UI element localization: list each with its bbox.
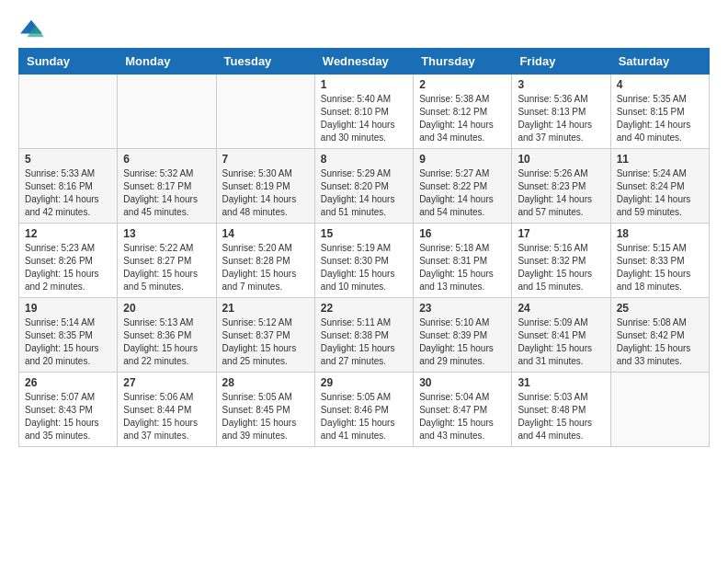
day-number: 12 [25, 227, 111, 240]
cell-content: Sunrise: 5:36 AM Sunset: 8:13 PM Dayligh… [518, 93, 604, 144]
day-number: 6 [123, 153, 210, 166]
cell-content: Sunrise: 5:07 AM Sunset: 8:43 PM Dayligh… [25, 391, 111, 442]
day-header-monday: Monday [118, 49, 216, 75]
header [18, 18, 710, 39]
cell-content: Sunrise: 5:04 AM Sunset: 8:47 PM Dayligh… [419, 391, 506, 442]
cell-content: Sunrise: 5:08 AM Sunset: 8:42 PM Dayligh… [617, 316, 703, 368]
day-header-saturday: Saturday [610, 49, 709, 75]
calendar-cell: 12Sunrise: 5:23 AM Sunset: 8:26 PM Dayli… [19, 224, 118, 298]
day-number: 18 [617, 227, 703, 240]
day-number: 29 [321, 376, 407, 389]
calendar-cell: 24Sunrise: 5:09 AM Sunset: 8:41 PM Dayli… [512, 298, 610, 373]
day-number: 16 [419, 227, 506, 240]
calendar-cell: 10Sunrise: 5:26 AM Sunset: 8:23 PM Dayli… [512, 149, 610, 224]
cell-content: Sunrise: 5:03 AM Sunset: 8:48 PM Dayligh… [518, 391, 604, 442]
day-number: 17 [518, 227, 604, 240]
calendar-cell: 2Sunrise: 5:38 AM Sunset: 8:12 PM Daylig… [414, 75, 512, 149]
calendar-cell: 29Sunrise: 5:05 AM Sunset: 8:46 PM Dayli… [314, 373, 413, 447]
cell-content: Sunrise: 5:38 AM Sunset: 8:12 PM Dayligh… [419, 93, 506, 144]
calendar-cell: 13Sunrise: 5:22 AM Sunset: 8:27 PM Dayli… [118, 224, 216, 298]
day-number: 3 [518, 78, 604, 91]
calendar: SundayMondayTuesdayWednesdayThursdayFrid… [18, 48, 710, 447]
logo [18, 18, 48, 39]
calendar-cell: 21Sunrise: 5:12 AM Sunset: 8:37 PM Dayli… [216, 298, 314, 373]
day-number: 23 [419, 302, 506, 315]
calendar-cell [19, 75, 118, 149]
cell-content: Sunrise: 5:12 AM Sunset: 8:37 PM Dayligh… [222, 316, 309, 368]
calendar-cell: 27Sunrise: 5:06 AM Sunset: 8:44 PM Dayli… [118, 373, 216, 447]
cell-content: Sunrise: 5:13 AM Sunset: 8:36 PM Dayligh… [123, 316, 210, 368]
calendar-cell: 16Sunrise: 5:18 AM Sunset: 8:31 PM Dayli… [414, 224, 512, 298]
cell-content: Sunrise: 5:26 AM Sunset: 8:23 PM Dayligh… [518, 167, 604, 219]
day-number: 11 [617, 153, 703, 166]
calendar-week-row: 19Sunrise: 5:14 AM Sunset: 8:35 PM Dayli… [19, 298, 710, 373]
day-number: 14 [222, 227, 309, 240]
calendar-cell: 5Sunrise: 5:33 AM Sunset: 8:16 PM Daylig… [19, 149, 118, 224]
calendar-cell: 15Sunrise: 5:19 AM Sunset: 8:30 PM Dayli… [314, 224, 413, 298]
logo-icon [18, 18, 44, 39]
day-header-sunday: Sunday [19, 49, 118, 75]
calendar-cell: 14Sunrise: 5:20 AM Sunset: 8:28 PM Dayli… [216, 224, 314, 298]
calendar-cell: 9Sunrise: 5:27 AM Sunset: 8:22 PM Daylig… [414, 149, 512, 224]
day-header-tuesday: Tuesday [216, 49, 314, 75]
calendar-cell: 1Sunrise: 5:40 AM Sunset: 8:10 PM Daylig… [314, 75, 413, 149]
day-number: 13 [123, 227, 210, 240]
cell-content: Sunrise: 5:09 AM Sunset: 8:41 PM Dayligh… [518, 316, 604, 368]
day-header-thursday: Thursday [414, 49, 512, 75]
calendar-cell [610, 373, 709, 447]
cell-content: Sunrise: 5:30 AM Sunset: 8:19 PM Dayligh… [222, 167, 309, 219]
calendar-cell: 11Sunrise: 5:24 AM Sunset: 8:24 PM Dayli… [610, 149, 709, 224]
calendar-cell: 26Sunrise: 5:07 AM Sunset: 8:43 PM Dayli… [19, 373, 118, 447]
calendar-cell: 22Sunrise: 5:11 AM Sunset: 8:38 PM Dayli… [314, 298, 413, 373]
day-number: 21 [222, 302, 309, 315]
calendar-cell: 17Sunrise: 5:16 AM Sunset: 8:32 PM Dayli… [512, 224, 610, 298]
calendar-cell: 28Sunrise: 5:05 AM Sunset: 8:45 PM Dayli… [216, 373, 314, 447]
calendar-cell: 4Sunrise: 5:35 AM Sunset: 8:15 PM Daylig… [610, 75, 709, 149]
cell-content: Sunrise: 5:05 AM Sunset: 8:45 PM Dayligh… [222, 391, 309, 442]
calendar-cell: 31Sunrise: 5:03 AM Sunset: 8:48 PM Dayli… [512, 373, 610, 447]
cell-content: Sunrise: 5:18 AM Sunset: 8:31 PM Dayligh… [419, 242, 506, 293]
day-number: 24 [518, 302, 604, 315]
calendar-cell: 25Sunrise: 5:08 AM Sunset: 8:42 PM Dayli… [610, 298, 709, 373]
calendar-cell: 6Sunrise: 5:32 AM Sunset: 8:17 PM Daylig… [118, 149, 216, 224]
calendar-header-row: SundayMondayTuesdayWednesdayThursdayFrid… [19, 49, 710, 75]
calendar-cell: 8Sunrise: 5:29 AM Sunset: 8:20 PM Daylig… [314, 149, 413, 224]
cell-content: Sunrise: 5:16 AM Sunset: 8:32 PM Dayligh… [518, 242, 604, 293]
calendar-week-row: 5Sunrise: 5:33 AM Sunset: 8:16 PM Daylig… [19, 149, 710, 224]
cell-content: Sunrise: 5:05 AM Sunset: 8:46 PM Dayligh… [321, 391, 407, 442]
day-number: 9 [419, 153, 506, 166]
calendar-week-row: 12Sunrise: 5:23 AM Sunset: 8:26 PM Dayli… [19, 224, 710, 298]
calendar-cell [216, 75, 314, 149]
cell-content: Sunrise: 5:24 AM Sunset: 8:24 PM Dayligh… [617, 167, 703, 219]
calendar-cell [118, 75, 216, 149]
day-number: 7 [222, 153, 309, 166]
day-number: 22 [321, 302, 407, 315]
day-number: 28 [222, 376, 309, 389]
day-number: 1 [321, 78, 407, 91]
cell-content: Sunrise: 5:40 AM Sunset: 8:10 PM Dayligh… [321, 93, 407, 144]
day-header-friday: Friday [512, 49, 610, 75]
cell-content: Sunrise: 5:11 AM Sunset: 8:38 PM Dayligh… [321, 316, 407, 368]
day-number: 8 [321, 153, 407, 166]
calendar-cell: 23Sunrise: 5:10 AM Sunset: 8:39 PM Dayli… [414, 298, 512, 373]
calendar-cell: 7Sunrise: 5:30 AM Sunset: 8:19 PM Daylig… [216, 149, 314, 224]
day-number: 27 [123, 376, 210, 389]
day-number: 20 [123, 302, 210, 315]
day-number: 2 [419, 78, 506, 91]
calendar-week-row: 1Sunrise: 5:40 AM Sunset: 8:10 PM Daylig… [19, 75, 710, 149]
cell-content: Sunrise: 5:29 AM Sunset: 8:20 PM Dayligh… [321, 167, 407, 219]
cell-content: Sunrise: 5:19 AM Sunset: 8:30 PM Dayligh… [321, 242, 407, 293]
calendar-cell: 19Sunrise: 5:14 AM Sunset: 8:35 PM Dayli… [19, 298, 118, 373]
calendar-cell: 18Sunrise: 5:15 AM Sunset: 8:33 PM Dayli… [610, 224, 709, 298]
day-number: 30 [419, 376, 506, 389]
day-header-wednesday: Wednesday [314, 49, 413, 75]
cell-content: Sunrise: 5:22 AM Sunset: 8:27 PM Dayligh… [123, 242, 210, 293]
cell-content: Sunrise: 5:10 AM Sunset: 8:39 PM Dayligh… [419, 316, 506, 368]
day-number: 4 [617, 78, 703, 91]
cell-content: Sunrise: 5:15 AM Sunset: 8:33 PM Dayligh… [617, 242, 703, 293]
day-number: 5 [25, 153, 111, 166]
cell-content: Sunrise: 5:35 AM Sunset: 8:15 PM Dayligh… [617, 93, 703, 144]
day-number: 31 [518, 376, 604, 389]
cell-content: Sunrise: 5:33 AM Sunset: 8:16 PM Dayligh… [25, 167, 111, 219]
cell-content: Sunrise: 5:20 AM Sunset: 8:28 PM Dayligh… [222, 242, 309, 293]
